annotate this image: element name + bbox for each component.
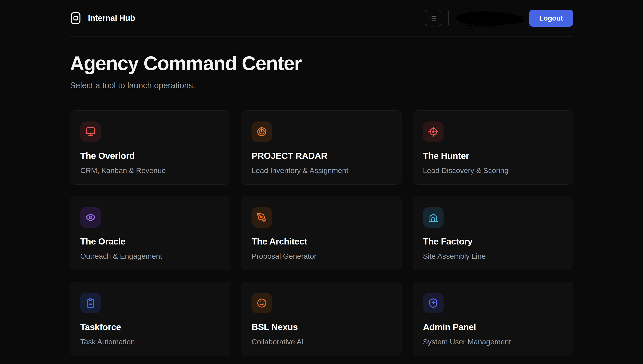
eye-icon (80, 207, 101, 228)
page-title: Agency Command Center (70, 53, 573, 74)
clipboard-list-icon (80, 293, 101, 313)
warehouse-icon (423, 207, 444, 228)
tool-card-subtitle: CRM, Kanban & Revenue (80, 166, 220, 175)
pen-tool-icon (251, 207, 272, 228)
brand-name: Internal Hub (88, 14, 135, 23)
vertical-divider (448, 11, 449, 25)
monitor-icon (80, 122, 101, 142)
tool-card-subtitle: System User Management (423, 338, 563, 346)
tool-grid: The Overlord CRM, Kanban & Revenue PROJE… (70, 110, 573, 356)
tool-card-the-hunter[interactable]: The Hunter Lead Discovery & Scoring (413, 110, 573, 184)
tool-card-bsl-nexus[interactable]: BSL Nexus Collaborative AI (241, 282, 402, 356)
list-view-button[interactable] (425, 10, 441, 26)
tool-card-subtitle: Outreach & Engagement (80, 252, 220, 260)
redacted-username (452, 4, 527, 32)
tool-card-title: Admin Panel (423, 322, 563, 332)
page-subtitle: Select a tool to launch operations. (70, 81, 573, 90)
tool-card-project-radar[interactable]: PROJECT RADAR Lead Inventory & Assignmen… (241, 110, 402, 184)
page-container: Internal Hub Logout Agency Command Cente… (70, 0, 573, 356)
tool-card-title: PROJECT RADAR (251, 151, 391, 161)
tool-card-the-architect[interactable]: The Architect Proposal Generator (241, 196, 402, 270)
tool-card-title: Taskforce (80, 322, 220, 332)
nested-squares-logo-icon (70, 11, 81, 25)
shield-plus-icon (423, 293, 444, 313)
tool-card-title: The Hunter (423, 151, 563, 161)
tool-card-title: BSL Nexus (251, 322, 391, 332)
tool-card-admin-panel[interactable]: Admin Panel System User Management (413, 282, 573, 356)
brand: Internal Hub (70, 11, 135, 25)
tool-card-subtitle: Task Automation (80, 338, 220, 346)
list-icon (429, 14, 437, 22)
tool-card-title: The Factory (423, 236, 563, 247)
tool-card-subtitle: Lead Inventory & Assignment (251, 166, 391, 175)
tool-card-subtitle: Site Assembly Line (423, 252, 563, 260)
tool-card-subtitle: Lead Discovery & Scoring (423, 166, 563, 175)
radar-icon (251, 122, 272, 142)
tool-card-title: The Oracle (80, 236, 220, 247)
tool-card-title: The Overlord (80, 151, 220, 161)
tool-card-subtitle: Collaborative AI (251, 338, 391, 346)
tool-card-the-overlord[interactable]: The Overlord CRM, Kanban & Revenue (70, 110, 230, 184)
logout-button[interactable]: Logout (529, 10, 573, 27)
top-bar: Internal Hub Logout (70, 0, 573, 36)
tool-card-the-factory[interactable]: The Factory Site Assembly Line (413, 196, 573, 270)
main-content: Agency Command Center Select a tool to l… (70, 53, 573, 356)
smile-icon (251, 293, 272, 313)
tool-card-subtitle: Proposal Generator (251, 252, 391, 260)
tool-card-the-oracle[interactable]: The Oracle Outreach & Engagement (70, 196, 230, 270)
tool-card-taskforce[interactable]: Taskforce Task Automation (70, 282, 230, 356)
top-bar-actions: Logout (425, 4, 573, 32)
goal-icon (423, 122, 444, 142)
tool-card-title: The Architect (251, 236, 391, 247)
